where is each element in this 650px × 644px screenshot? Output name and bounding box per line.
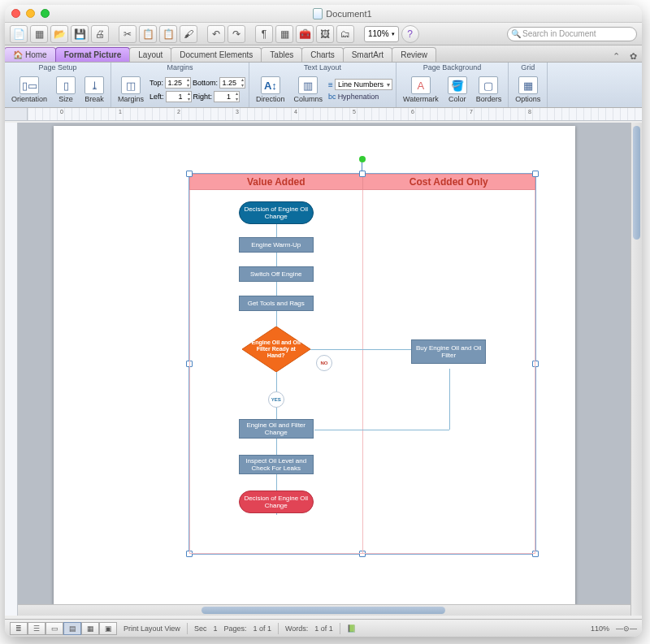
undo-button[interactable]: ↶	[207, 25, 225, 43]
node-switchoff: Switch Off Engine	[239, 266, 314, 282]
hyphenation-button[interactable]: Hyphenation	[338, 93, 379, 101]
connector	[449, 369, 450, 430]
view-draft-button[interactable]: ≣	[10, 622, 28, 635]
tab-document-elements[interactable]: Document Elements	[171, 47, 262, 62]
status-sec-label: Sec	[194, 625, 207, 633]
tab-smartart[interactable]: SmartArt	[343, 47, 392, 62]
view-print-layout-button[interactable]: ▤	[63, 622, 81, 635]
zoom-slider-icon[interactable]: —⊝—	[616, 625, 637, 633]
selected-object-frame[interactable]: Value Added Cost Added Only Decision of …	[188, 173, 536, 555]
grid-options-button[interactable]: ▦Options	[512, 75, 544, 105]
line-numbers-select[interactable]: Line Numbers	[335, 79, 392, 90]
format-painter-button[interactable]: 🖌	[180, 25, 197, 43]
watermark-button[interactable]: AWatermark	[400, 75, 442, 105]
margin-left-input[interactable]: 1	[166, 91, 192, 102]
view-publishing-button[interactable]: ▭	[46, 622, 63, 635]
node-end: Decision of Engine Oil Change	[239, 491, 314, 513]
resize-handle-tl[interactable]	[186, 171, 193, 177]
flowchart-lanes: Decision of Engine Oil Change Engine War…	[189, 190, 535, 554]
margin-bottom-input[interactable]: 1.25	[219, 77, 245, 89]
template-button[interactable]: ▦	[30, 25, 48, 43]
margin-bottom-label: Bottom:	[193, 79, 218, 87]
tab-layout[interactable]: Layout	[129, 47, 171, 62]
save-button[interactable]: 💾	[71, 25, 89, 43]
quick-access-toolbar: 📄 ▦ 📂 💾 🖨 ✂ 📋 📋 🖌 ↶ ↷ ¶ ▦ 🧰 🖼 🗂 110%▾ ? …	[5, 23, 642, 45]
ribbon-group-grid: Grid ▦Options	[509, 63, 548, 107]
new-doc-button[interactable]: 📄	[10, 25, 28, 43]
tab-format-picture[interactable]: Format Picture	[55, 47, 131, 62]
margin-top-input[interactable]: 1.25	[165, 77, 191, 89]
toolbox-button[interactable]: 🧰	[296, 25, 314, 43]
decision-yes-label: YES	[268, 391, 284, 408]
margins-button[interactable]: ◫Margins	[115, 75, 147, 105]
lane-value-added: Decision of Engine Oil Change Engine War…	[189, 190, 363, 554]
window-zoom-button[interactable]	[41, 9, 50, 18]
rotate-handle[interactable]	[359, 156, 366, 162]
margin-left-label: Left:	[150, 93, 164, 101]
connector	[363, 349, 412, 350]
borders-button[interactable]: ▢Borders	[473, 75, 505, 105]
paste-button[interactable]: 📋	[159, 25, 177, 43]
node-warmup: Engine Warm-Up	[239, 237, 314, 253]
orientation-button[interactable]: ▯▭Orientation	[8, 75, 50, 105]
tab-home[interactable]: 🏠 Home	[5, 47, 56, 62]
columns-button[interactable]: ▥Columns	[291, 75, 327, 105]
ribbon-collapse-icon[interactable]: ⌃	[608, 51, 625, 62]
vertical-ruler[interactable]	[5, 123, 18, 616]
media-button[interactable]: 🗂	[336, 25, 354, 43]
search-input[interactable]: Search in Document	[507, 27, 637, 41]
lane-header-value-added: Value Added	[190, 175, 363, 189]
copy-button[interactable]: 📋	[139, 25, 157, 43]
resize-handle-tr[interactable]	[532, 171, 539, 177]
window-titlebar: Document1	[5, 5, 642, 23]
group-header: Margins	[115, 63, 245, 72]
direction-button[interactable]: A↕Direction	[253, 75, 288, 105]
scrollbar-thumb[interactable]	[633, 126, 640, 240]
page-color-button[interactable]: 🪣Color	[444, 75, 470, 105]
break-button[interactable]: ⤓Break	[81, 75, 107, 105]
spellcheck-icon[interactable]: 📗	[347, 625, 356, 633]
scrollbar-thumb[interactable]	[202, 607, 445, 614]
status-view-label: Print Layout View	[124, 625, 180, 633]
vertical-scrollbar[interactable]	[630, 123, 642, 616]
view-outline-button[interactable]: ☰	[28, 622, 46, 635]
tab-tables[interactable]: Tables	[261, 47, 302, 62]
window-close-button[interactable]	[11, 9, 20, 18]
document-icon	[313, 8, 323, 19]
node-start: Decision of Engine Oil Change	[239, 201, 314, 224]
group-header: Page Setup	[8, 63, 107, 72]
group-header: Grid	[512, 63, 544, 72]
view-focus-button[interactable]: ▣	[99, 622, 117, 635]
gallery-button[interactable]: 🖼	[316, 25, 334, 43]
margin-right-input[interactable]: 1	[214, 91, 240, 102]
ribbon-settings-icon[interactable]: ✿	[625, 51, 642, 62]
show-formatting-button[interactable]: ¶	[255, 25, 273, 43]
horizontal-scrollbar[interactable]	[18, 604, 630, 616]
size-button[interactable]: ▯Size	[53, 75, 79, 105]
margin-right-label: Right:	[193, 93, 213, 101]
node-decision: Engine Oil and Oil Filter Ready at Hand?	[242, 326, 310, 372]
ruler-corner	[5, 108, 28, 120]
sidebar-button[interactable]: ▦	[275, 25, 293, 43]
window-minimize-button[interactable]	[26, 9, 35, 18]
group-header: Text Layout	[253, 63, 392, 72]
margin-top-label: Top:	[150, 79, 163, 87]
zoom-select[interactable]: 110%▾	[364, 26, 399, 42]
tab-charts[interactable]: Charts	[301, 47, 343, 62]
node-buy: Buy Engine Oil and Oil Filter	[411, 339, 486, 364]
connector	[310, 349, 364, 350]
resize-handle-tm[interactable]	[359, 171, 366, 177]
help-button[interactable]: ?	[401, 25, 419, 43]
status-zoom-value[interactable]: 110%	[591, 625, 609, 633]
redo-button[interactable]: ↷	[228, 25, 245, 43]
search-placeholder: Search in Document	[522, 29, 596, 38]
view-notebook-button[interactable]: ▦	[81, 622, 99, 635]
horizontal-ruler[interactable]: 012345678	[5, 108, 642, 121]
cut-button[interactable]: ✂	[119, 25, 136, 43]
print-button[interactable]: 🖨	[91, 25, 109, 43]
window-title: Document1	[326, 9, 371, 19]
tab-review[interactable]: Review	[392, 47, 436, 62]
page-scroll-area[interactable]: Value Added Cost Added Only Decision of …	[18, 123, 642, 616]
ribbon-group-margins: Margins ◫Margins Top: 1.25 Bottom: 1.25 …	[111, 63, 249, 107]
open-button[interactable]: 📂	[50, 25, 68, 43]
